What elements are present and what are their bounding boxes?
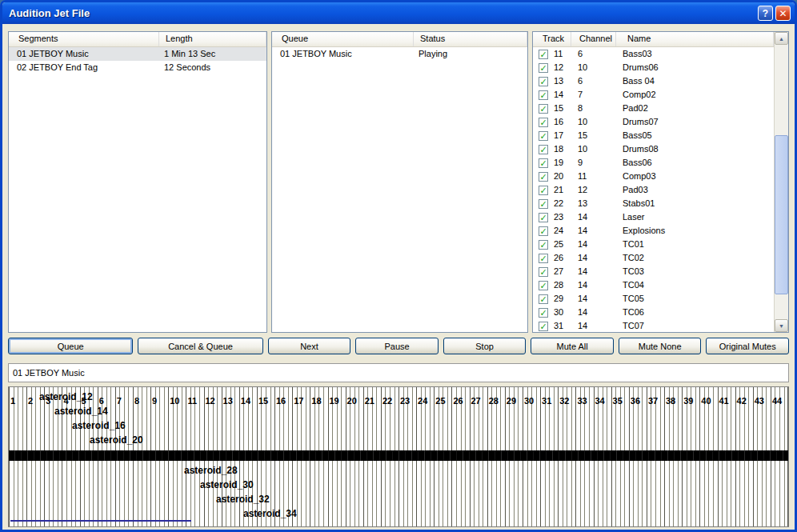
track-row[interactable]: ✓2314Laser [533,210,774,224]
track-name: TC05 [613,292,774,306]
track-number: 17 [548,129,571,142]
track-row[interactable]: ✓2714TC03 [533,265,774,278]
track-channel: 6 [571,47,613,61]
pause-button[interactable]: Pause [355,338,439,354]
track-number: 31 [548,319,571,332]
track-mute-checkbox[interactable]: ✓ [539,172,548,182]
track-row[interactable]: ✓3014TC06 [533,306,774,319]
track-row[interactable]: ✓158Pad02 [533,102,774,115]
scrollbar-track[interactable] [775,45,788,319]
mute-none-button[interactable]: Mute None [619,338,702,354]
current-segment-label: 01 JETBOY Music [13,368,85,378]
track-mute-checkbox[interactable]: ✓ [539,240,548,250]
scroll-down-icon[interactable]: ▼ [775,319,788,332]
segments-panel: Segments Length 01 JETBOY Music1 Min 13 … [8,31,267,333]
measure-number: 43 [755,396,764,406]
track-row[interactable]: ✓3114TC07 [533,319,774,332]
track-row[interactable]: ✓147Comp02 [533,88,774,102]
transport-button-row: QueueCancel & QueueNextPauseStopMute All… [8,338,789,354]
help-button[interactable]: ? [758,6,773,21]
track-row[interactable]: ✓116Bass03 [533,47,774,61]
list-panels: Segments Length 01 JETBOY Music1 Min 13 … [8,31,789,333]
queue-row[interactable]: 01 JETBOY MusicPlaying [272,47,527,61]
track-mute-checkbox[interactable]: ✓ [539,294,548,304]
segment-row[interactable]: 01 JETBOY Music1 Min 13 Sec [9,47,266,61]
track-mute-checkbox[interactable]: ✓ [539,158,548,168]
track-mute-checkbox[interactable]: ✓ [539,226,548,236]
track-row[interactable]: ✓2814TC04 [533,278,774,292]
track-row[interactable]: ✓2514TC01 [533,238,774,251]
tracks-list[interactable]: ✓116Bass03✓1210Drums06✓136Bass 04✓147Com… [533,47,774,332]
track-channel: 13 [571,197,613,210]
queue-item-status: Playing [414,47,527,61]
track-mute-checkbox[interactable]: ✓ [539,213,548,222]
queue-column-header[interactable]: Queue [272,32,414,46]
measure-number: 33 [577,396,587,406]
track-row[interactable]: ✓2614TC02 [533,251,774,265]
track-mute-checkbox[interactable]: ✓ [539,63,548,73]
track-row[interactable]: ✓2213Stabs01 [533,197,774,210]
track-mute-checkbox[interactable]: ✓ [539,281,548,290]
segments-column-header[interactable]: Segments [9,32,159,46]
track-column-header[interactable]: Track [533,32,571,46]
track-row[interactable]: ✓1210Drums06 [533,61,774,74]
track-mute-checkbox[interactable]: ✓ [539,104,548,114]
queue-button[interactable]: Queue [8,338,133,354]
original-mutes-button[interactable]: Original Mutes [706,338,789,354]
track-mute-checkbox[interactable]: ✓ [539,131,548,141]
length-column-header[interactable]: Length [159,32,266,46]
scrollbar-thumb[interactable] [775,135,788,294]
track-mute-checkbox[interactable]: ✓ [539,186,548,195]
segment-timeline-graph[interactable]: 1234567891011121314151617181920212223242… [8,386,789,527]
track-mute-checkbox[interactable]: ✓ [539,267,548,277]
channel-column-header[interactable]: Channel [571,32,616,46]
cancel-queue-button[interactable]: Cancel & Queue [138,338,262,354]
measure-number: 28 [489,396,499,406]
track-mute-checkbox[interactable]: ✓ [539,118,548,127]
track-row[interactable]: ✓1810Drums08 [533,142,774,156]
track-row[interactable]: ✓2914TC05 [533,292,774,306]
segment-name: 02 JETBOY End Tag [9,61,159,74]
track-number: 23 [548,210,571,224]
track-mute-checkbox[interactable]: ✓ [539,322,548,331]
track-row[interactable]: ✓2011Comp03 [533,170,774,183]
track-mute-checkbox[interactable]: ✓ [539,90,548,100]
track-row[interactable]: ✓2414Explosions [533,224,774,238]
scroll-up-icon[interactable]: ▲ [775,32,788,45]
track-mute-checkbox[interactable]: ✓ [539,199,548,209]
status-column-header[interactable]: Status [414,32,527,46]
tracks-scrollbar[interactable]: ▲ ▼ [774,32,788,332]
track-mute-checkbox[interactable]: ✓ [539,50,548,59]
dialog-content: Segments Length 01 JETBOY Music1 Min 13 … [2,24,795,530]
mute-all-button[interactable]: Mute All [531,338,614,354]
timeline-track-label: asteroid_12 [39,391,93,402]
track-name: Comp02 [613,88,774,102]
queue-panel-header: Queue Status [272,32,527,47]
track-row[interactable]: ✓199Bass06 [533,156,774,170]
track-row[interactable]: ✓1610Drums07 [533,115,774,129]
segment-name: 01 JETBOY Music [9,47,159,61]
track-channel: 14 [571,210,613,224]
track-row[interactable]: ✓1715Bass05 [533,129,774,142]
measure-number: 1 [10,396,15,406]
track-name: TC07 [613,319,774,332]
track-number: 12 [548,61,571,74]
track-channel: 6 [571,74,613,88]
next-button[interactable]: Next [268,338,351,354]
track-channel: 14 [571,265,613,278]
segment-row[interactable]: 02 JETBOY End Tag12 Seconds [9,61,266,74]
track-mute-checkbox[interactable]: ✓ [539,308,548,318]
close-button[interactable]: ✕ [775,6,791,21]
track-mute-checkbox[interactable]: ✓ [539,145,548,154]
queue-list[interactable]: 01 JETBOY MusicPlaying [272,47,527,332]
track-row[interactable]: ✓136Bass 04 [533,74,774,88]
track-name: TC02 [613,251,774,265]
track-number: 29 [548,292,571,306]
segments-list[interactable]: 01 JETBOY Music1 Min 13 Sec02 JETBOY End… [9,47,266,332]
track-row[interactable]: ✓2112Pad03 [533,183,774,197]
name-column-header[interactable]: Name [616,32,774,46]
stop-button[interactable]: Stop [443,338,527,354]
track-mute-checkbox[interactable]: ✓ [539,77,548,86]
track-name: TC06 [613,306,774,319]
track-mute-checkbox[interactable]: ✓ [539,254,548,263]
